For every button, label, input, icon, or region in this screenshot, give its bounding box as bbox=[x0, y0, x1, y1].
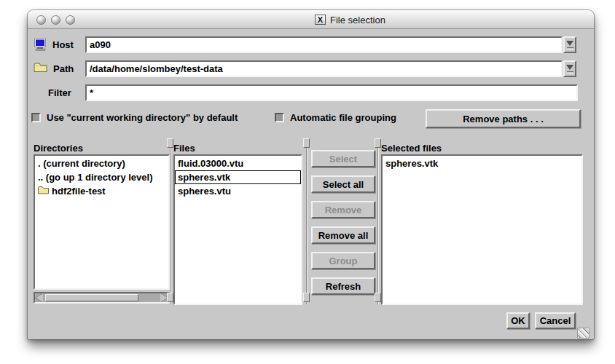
selected-files-label: Selected files bbox=[381, 143, 442, 154]
select-button[interactable]: Select bbox=[311, 150, 375, 167]
dropdown-dash-icon bbox=[567, 47, 573, 50]
list-item-file[interactable]: fluid.03000.vtu bbox=[175, 157, 301, 170]
use-cwd-checkbox[interactable] bbox=[31, 113, 41, 122]
use-cwd-checkbox-label: Use "current working directory" by defau… bbox=[47, 113, 238, 123]
minimize-button[interactable] bbox=[51, 15, 60, 25]
pane-divider bbox=[306, 141, 308, 304]
close-button[interactable] bbox=[36, 15, 46, 25]
dropdown-dash-icon bbox=[567, 71, 573, 74]
sash-handle[interactable] bbox=[375, 293, 381, 302]
cancel-button[interactable]: Cancel bbox=[535, 312, 576, 329]
list-item-label: spheres.vtu bbox=[178, 186, 231, 197]
filter-label: Filter bbox=[48, 84, 71, 101]
directories-list[interactable]: . (current directory) .. (go up 1 direct… bbox=[34, 154, 170, 290]
group-button[interactable]: Group bbox=[311, 252, 375, 269]
x11-app-icon: X bbox=[315, 15, 326, 25]
sash-handle[interactable] bbox=[303, 293, 310, 302]
computer-icon bbox=[34, 38, 48, 54]
list-item-hdf2file-test[interactable]: hdf2file-test bbox=[35, 184, 168, 198]
directories-label: Directories bbox=[34, 143, 83, 154]
list-item-label: .. (go up 1 directory level) bbox=[38, 172, 152, 183]
list-item-label: hdf2file-test bbox=[52, 186, 106, 197]
scroll-left-icon[interactable] bbox=[36, 293, 43, 302]
list-item-label: . (current directory) bbox=[38, 158, 125, 169]
select-all-button[interactable]: Select all bbox=[311, 175, 375, 193]
sash-handle[interactable] bbox=[167, 293, 173, 302]
list-item-label: fluid.03000.vtu bbox=[178, 158, 243, 169]
host-history-dropdown-button[interactable] bbox=[563, 36, 576, 53]
folder-icon bbox=[38, 186, 49, 197]
folder-icon bbox=[34, 62, 47, 76]
list-item-file-focused[interactable]: spheres.vtk bbox=[175, 170, 301, 184]
filter-input[interactable] bbox=[85, 84, 578, 101]
window-title: File selection bbox=[330, 15, 385, 25]
path-history-dropdown-button[interactable] bbox=[563, 60, 576, 77]
auto-grouping-checkbox-label: Automatic file grouping bbox=[290, 113, 396, 123]
selected-files-list[interactable]: spheres.vtk bbox=[381, 154, 583, 305]
path-label: Path bbox=[53, 60, 74, 77]
ok-button[interactable]: OK bbox=[506, 312, 530, 329]
sash-handle[interactable] bbox=[375, 138, 381, 148]
title-group: X File selection bbox=[315, 10, 385, 29]
remove-button[interactable]: Remove bbox=[311, 201, 375, 218]
chevron-down-icon bbox=[566, 41, 573, 46]
host-input[interactable] bbox=[85, 36, 563, 53]
pane-divider bbox=[170, 141, 171, 304]
remove-all-button[interactable]: Remove all bbox=[311, 226, 375, 244]
list-item-selected-file[interactable]: spheres.vtk bbox=[383, 157, 581, 170]
path-input[interactable] bbox=[85, 60, 563, 77]
list-item-label: spheres.vtk bbox=[385, 158, 438, 169]
list-item-file[interactable]: spheres.vtu bbox=[175, 184, 301, 198]
screen: X File selection Host Path bbox=[0, 0, 615, 364]
list-item-label: spheres.vtk bbox=[178, 172, 230, 183]
host-label: Host bbox=[52, 36, 74, 53]
list-item-parent-directory[interactable]: .. (go up 1 directory level) bbox=[35, 170, 168, 184]
sash-handle[interactable] bbox=[167, 138, 173, 148]
scrollbar-thumb[interactable] bbox=[45, 294, 138, 301]
sash-handle[interactable] bbox=[303, 138, 310, 148]
chevron-down-icon bbox=[566, 65, 573, 70]
titlebar[interactable]: X File selection bbox=[28, 10, 594, 29]
resize-grip-icon[interactable] bbox=[577, 328, 589, 339]
directories-h-scrollbar[interactable] bbox=[34, 292, 170, 304]
file-selection-dialog: X File selection Host Path bbox=[28, 10, 594, 339]
pane-divider bbox=[377, 141, 379, 304]
files-list[interactable]: fluid.03000.vtu spheres.vtk spheres.vtu bbox=[173, 154, 302, 305]
zoom-button[interactable] bbox=[66, 15, 75, 25]
auto-grouping-checkbox[interactable] bbox=[275, 113, 284, 122]
list-item-current-directory[interactable]: . (current directory) bbox=[35, 157, 168, 170]
refresh-button[interactable]: Refresh bbox=[311, 277, 375, 295]
files-label: Files bbox=[173, 143, 195, 154]
remove-paths-button[interactable]: Remove paths . . . bbox=[426, 109, 581, 128]
